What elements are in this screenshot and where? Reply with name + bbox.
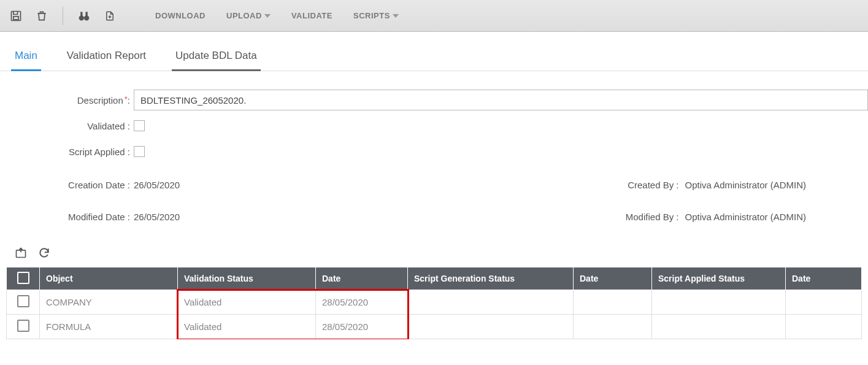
cell-date1: 28/05/2020 [316,290,408,315]
modified-by-label: Modified By : [575,212,685,222]
chevron-down-icon [393,14,399,18]
svg-rect-1 [13,16,18,19]
tab-main[interactable]: Main [11,45,41,71]
chevron-down-icon [264,14,271,18]
table-row[interactable]: FORMULAValidated28/05/2020 [7,315,862,339]
creation-date-value: 26/05/2020 [134,180,391,190]
export-icon[interactable] [15,247,27,261]
cell-object: FORMULA [40,315,178,339]
grid-wrap: Object Validation Status Date Script Gen… [0,267,868,339]
col-date2[interactable]: Date [574,267,652,290]
save-icon[interactable] [5,5,27,27]
tab-validation-report[interactable]: Validation Report [63,45,150,71]
script-applied-checkbox[interactable] [134,146,145,157]
col-validation-status[interactable]: Validation Status [178,267,316,290]
svg-rect-5 [86,12,88,16]
description-label: Description*: [0,95,134,106]
creation-date-label: Creation Date : [0,180,134,190]
row-checkbox[interactable] [7,290,40,315]
required-asterisk: * [125,94,128,104]
modified-date-value: 26/05/2020 [134,212,391,222]
cell-validation-status: Validated [178,290,316,315]
main-toolbar: DOWNLOAD UPLOAD VALIDATE SCRIPTS [0,0,868,32]
cell-script-gen-status [408,315,574,339]
binoculars-icon[interactable] [73,5,95,27]
svg-rect-4 [80,12,82,16]
cell-script-applied-status [652,290,786,315]
description-input[interactable] [134,90,868,110]
cell-date2 [574,290,652,315]
data-grid: Object Validation Status Date Script Gen… [6,267,862,339]
toolbar-separator [63,7,63,25]
col-date3[interactable]: Date [786,267,862,290]
tab-update-bdl[interactable]: Update BDL Data [172,45,261,71]
created-by-label: Created By : [575,180,685,190]
table-row[interactable]: COMPANYValidated28/05/2020 [7,290,862,315]
cell-date3 [786,290,862,315]
svg-point-2 [79,15,84,20]
modified-by-value: Optiva Administrator (ADMIN) [685,212,869,222]
col-script-gen-status[interactable]: Script Generation Status [408,267,574,290]
upload-button[interactable]: UPLOAD [218,5,279,26]
created-by-value: Optiva Administrator (ADMIN) [685,180,869,190]
cell-date3 [786,315,862,339]
cell-validation-status: Validated [178,315,316,339]
description-label-text: Description [77,95,123,106]
row-checkbox[interactable] [7,315,40,339]
refresh-icon[interactable] [38,247,50,261]
cell-object: COMPANY [40,290,178,315]
delete-icon[interactable] [31,5,53,27]
grid-toolbar [0,242,868,267]
cell-script-applied-status [652,315,786,339]
svg-point-3 [84,15,89,20]
header-checkbox[interactable] [7,267,40,290]
validate-button[interactable]: VALIDATE [283,5,341,26]
script-applied-label: Script Applied : [0,147,134,157]
col-script-applied-status[interactable]: Script Applied Status [652,267,786,290]
col-object[interactable]: Object [40,267,178,290]
grid-header-row: Object Validation Status Date Script Gen… [7,267,862,290]
download-button[interactable]: DOWNLOAD [147,5,214,26]
validated-label: Validated : [0,121,134,131]
scripts-button[interactable]: SCRIPTS [345,5,407,26]
col-date1[interactable]: Date [316,267,408,290]
validated-checkbox[interactable] [134,120,145,131]
form-panel: Description*: Validated : Script Applied… [0,71,868,242]
upload-label: UPLOAD [226,11,262,20]
cell-date2 [574,315,652,339]
cell-date1: 28/05/2020 [316,315,408,339]
scripts-label: SCRIPTS [353,11,390,20]
new-file-icon[interactable] [99,5,121,27]
modified-date-label: Modified Date : [0,212,134,222]
cell-script-gen-status [408,290,574,315]
tab-bar: Main Validation Report Update BDL Data [0,32,868,71]
